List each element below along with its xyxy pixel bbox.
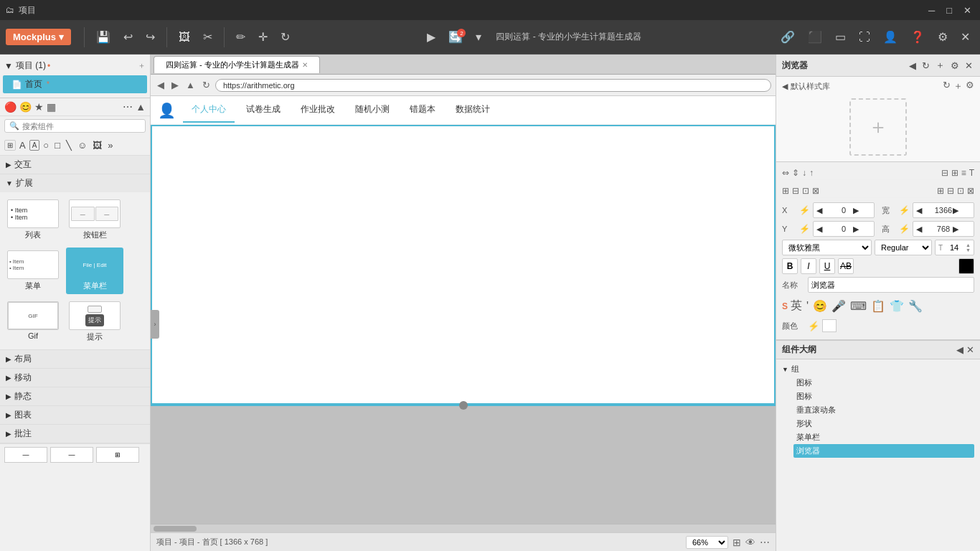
- redo-button[interactable]: ↪: [141, 27, 159, 47]
- font-family-select[interactable]: 微软雅黑: [782, 240, 872, 255]
- height-link-icon[interactable]: ⚡: [899, 224, 910, 234]
- align-left-icon[interactable]: ⊞: [782, 186, 789, 196]
- nav-item-homework[interactable]: 作业批改: [292, 98, 344, 123]
- name-input[interactable]: [808, 277, 974, 293]
- more-shapes-tool[interactable]: »: [105, 138, 115, 152]
- outline-item-browser[interactable]: 浏览器: [793, 444, 974, 458]
- comp-tooltip[interactable]: 提示 提示: [66, 298, 123, 345]
- height-decrement[interactable]: ◀: [916, 225, 934, 234]
- crop-button[interactable]: ✂: [199, 27, 217, 47]
- nav-item-wrong[interactable]: 错题本: [401, 98, 444, 123]
- grid-icon[interactable]: ▦: [47, 101, 56, 113]
- more-button[interactable]: ⋯: [123, 101, 133, 113]
- section-expand-header[interactable]: ▼ 扩展: [0, 174, 150, 192]
- transform-icon-3[interactable]: ↓: [802, 168, 806, 178]
- align-icon-4[interactable]: T: [969, 168, 974, 178]
- width-link-icon[interactable]: ⚡: [899, 205, 910, 215]
- clipboard-icon[interactable]: 📋: [870, 298, 887, 314]
- address-bar[interactable]: https://arithmetic.org: [215, 79, 771, 92]
- y-increment[interactable]: ▶: [853, 225, 871, 234]
- font-size-increment[interactable]: ▲: [966, 242, 971, 248]
- comp-small-3[interactable]: ⊞: [96, 447, 139, 463]
- sougou-icon[interactable]: S: [782, 301, 788, 311]
- height-increment[interactable]: ▶: [953, 225, 971, 234]
- quote-icon[interactable]: ': [805, 298, 810, 314]
- comp-menubar[interactable]: File | Edit 菜单栏: [66, 248, 123, 294]
- brand-button[interactable]: Mockplus ▾: [6, 29, 71, 45]
- preview-icon[interactable]: 👁: [745, 537, 755, 548]
- rp-close-icon[interactable]: ✕: [963, 59, 974, 72]
- rp-refresh-icon[interactable]: ↻: [920, 59, 931, 72]
- keyboard-icon[interactable]: ⌨: [849, 298, 868, 314]
- align-icon-2[interactable]: ⊞: [951, 168, 958, 178]
- text-tool[interactable]: A: [17, 138, 28, 152]
- canvas-separator-handle[interactable]: [459, 401, 468, 410]
- section-interactive-header[interactable]: ▶ 交互: [0, 156, 150, 174]
- rect-tool[interactable]: ○: [41, 138, 51, 152]
- scroll-thumb[interactable]: [154, 526, 197, 532]
- comp-buttonbar[interactable]: — — 按钮栏: [66, 197, 123, 243]
- y-field[interactable]: ◀ 0 ▶: [813, 221, 875, 237]
- skin-icon[interactable]: 👕: [888, 298, 905, 314]
- style-lib-settings-icon[interactable]: ⚙: [966, 80, 974, 93]
- rp-settings-icon[interactable]: ⚙: [949, 59, 961, 72]
- crosshair-button[interactable]: ✛: [254, 27, 272, 47]
- align-icon-1[interactable]: ⊟: [941, 168, 948, 178]
- nav-item-quiz[interactable]: 随机小测: [347, 98, 398, 123]
- nav-refresh-button[interactable]: ↻: [200, 78, 212, 92]
- maximize-button[interactable]: □: [943, 5, 955, 16]
- share-button[interactable]: 🔗: [776, 27, 799, 47]
- comp-menu[interactable]: •Item •Item 菜单: [4, 248, 62, 294]
- title-bar-controls[interactable]: ─ □ ✕: [925, 5, 974, 16]
- ellipse-tool[interactable]: □: [52, 138, 62, 152]
- add-page-button[interactable]: ＋: [138, 60, 146, 71]
- undo-button[interactable]: ↩: [119, 27, 137, 47]
- save-button[interactable]: 💾: [92, 27, 115, 47]
- help-button[interactable]: ❓: [906, 27, 929, 47]
- pencil-button[interactable]: ✏: [232, 27, 250, 47]
- dist-v-icon[interactable]: ⊟: [947, 186, 954, 196]
- rotate-button[interactable]: ↻: [276, 27, 294, 47]
- user-button[interactable]: 👤: [879, 27, 902, 47]
- width-increment[interactable]: ▶: [953, 206, 971, 215]
- tool-icon[interactable]: 🔧: [907, 298, 924, 314]
- outline-item-icon1[interactable]: 图标: [793, 376, 974, 390]
- nav-up-button[interactable]: ▲: [184, 78, 197, 92]
- height-field[interactable]: ◀ 768 ▶: [913, 221, 974, 237]
- widget-icon[interactable]: ⊞: [4, 140, 16, 151]
- y-decrement[interactable]: ◀: [816, 225, 834, 234]
- x-field[interactable]: ◀ 0 ▶: [813, 202, 875, 218]
- group-icon[interactable]: ⊡: [957, 186, 964, 196]
- italic-button[interactable]: I: [801, 258, 816, 274]
- rp-add-icon[interactable]: ＋: [934, 57, 946, 73]
- section-table-header[interactable]: ▶ 图表: [0, 406, 150, 424]
- dist-h-icon[interactable]: ⊞: [937, 186, 944, 196]
- page-item-home[interactable]: 📄 首页 *: [3, 75, 147, 93]
- outline-item-icon2[interactable]: 图标: [793, 390, 974, 403]
- components-icon[interactable]: 🔴: [4, 101, 17, 113]
- left-panel-expand-button[interactable]: ›: [151, 310, 159, 339]
- strikethrough-button[interactable]: AB: [838, 258, 854, 274]
- bold-button[interactable]: B: [782, 258, 798, 274]
- y-link-icon[interactable]: ⚡: [799, 224, 810, 234]
- nav-item-stats[interactable]: 数据统计: [447, 98, 499, 123]
- panel-close-button[interactable]: ✕: [956, 27, 974, 47]
- window-button[interactable]: ▭: [831, 27, 850, 47]
- section-move-header[interactable]: ▶ 移动: [0, 369, 150, 387]
- underline-button[interactable]: U: [819, 258, 835, 274]
- align-center-icon[interactable]: ⊟: [792, 186, 799, 196]
- close-button[interactable]: ✕: [961, 5, 974, 16]
- tree-collapse-arrow[interactable]: ▼: [4, 61, 13, 71]
- align-icon-3[interactable]: ≡: [961, 168, 966, 178]
- nav-back-button[interactable]: ◀: [155, 78, 166, 92]
- nav-forward-button[interactable]: ▶: [169, 78, 181, 92]
- align-right-icon[interactable]: ⊡: [802, 186, 809, 196]
- x-decrement[interactable]: ◀: [816, 206, 834, 215]
- width-decrement[interactable]: ◀: [916, 206, 934, 215]
- rp-collapse-icon[interactable]: ◀: [908, 59, 918, 72]
- tab-close-icon[interactable]: ✕: [302, 61, 308, 69]
- favorites-emoji-icon[interactable]: 😊: [19, 101, 32, 113]
- ungroup-icon[interactable]: ⊠: [967, 186, 974, 196]
- canvas-scroll-bar[interactable]: [151, 524, 776, 532]
- outline-collapse-icon[interactable]: ◀: [956, 344, 963, 355]
